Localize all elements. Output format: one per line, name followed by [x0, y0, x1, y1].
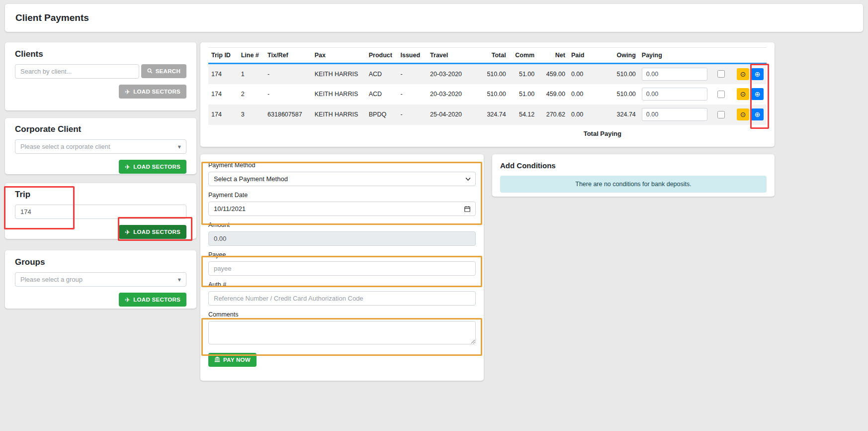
record-payment-button[interactable]: ⊙	[737, 88, 749, 100]
cell: 174	[208, 84, 238, 105]
page-title: Client Payments	[15, 12, 89, 23]
trip-panel: Trip ✈ LOAD SECTORS	[5, 183, 196, 239]
add-line-button[interactable]: ⊕	[751, 108, 764, 120]
cell: BPDQ	[366, 105, 398, 125]
cell: 510.00	[477, 84, 509, 105]
sector-row: 1741-KEITH HARRISACD-20-03-2020510.0051.…	[208, 64, 767, 84]
paying-input[interactable]	[642, 88, 707, 101]
cell: -	[264, 84, 312, 105]
trip-panel-title: Trip	[15, 190, 186, 200]
auth-label: Auth #	[208, 281, 476, 288]
cell: 0.00	[568, 64, 594, 84]
group-select-placeholder: Please select a group	[20, 276, 83, 283]
groups-panel-title: Groups	[15, 257, 186, 267]
cell: 459.00	[537, 64, 568, 84]
table-header-row: Trip IDLine #Tix/RefPaxProductIssuedTrav…	[208, 48, 767, 64]
load-sectors-trip-button[interactable]: ✈ LOAD SECTORS	[119, 225, 186, 239]
conditions-empty-message: There are no conditions for bank deposit…	[500, 176, 767, 193]
cell: 1	[238, 64, 264, 84]
cell: 459.00	[537, 84, 568, 105]
column-header-pax: Pax	[312, 48, 366, 64]
search-button[interactable]: SEARCH	[141, 64, 186, 78]
add-conditions-panel: Add Conditions There are no conditions f…	[492, 154, 775, 197]
payment-method-select[interactable]: Select a Payment Method	[208, 172, 476, 186]
chevron-down-icon	[465, 177, 471, 181]
payee-label: Payee	[208, 251, 476, 258]
cell: 0.00	[568, 105, 594, 125]
sectors-table: Trip IDLine #Tix/RefPaxProductIssuedTrav…	[208, 47, 767, 125]
checkbox-column-header	[714, 48, 733, 64]
plane-icon: ✈	[125, 89, 130, 95]
cell: 54.12	[509, 105, 538, 125]
column-header-trip-id: Trip ID	[208, 48, 238, 64]
client-search-input[interactable]	[15, 64, 139, 79]
cell: -	[397, 64, 427, 84]
actions-column-header	[733, 48, 767, 64]
load-sectors-groups-button[interactable]: ✈ LOAD SECTORS	[119, 293, 186, 307]
column-header-paid: Paid	[568, 48, 594, 64]
cell: 0.00	[568, 84, 594, 105]
corporate-client-select[interactable]: Please select a corporate client ▼	[15, 139, 186, 154]
group-select[interactable]: Please select a group ▼	[15, 272, 186, 287]
cell: ACD	[366, 84, 398, 105]
chevron-down-icon: ▼	[178, 277, 181, 282]
calendar-icon	[464, 206, 471, 213]
cell: 510.00	[477, 64, 509, 84]
clients-panel-title: Clients	[15, 49, 186, 59]
bank-icon	[214, 356, 220, 363]
sector-row: 17436318607587KEITH HARRISBPDQ-25-04-202…	[208, 105, 767, 125]
cell: KEITH HARRIS	[312, 64, 366, 84]
cell: 324.74	[594, 105, 638, 125]
pay-now-button[interactable]: PAY NOW	[208, 353, 257, 367]
total-paying-label: Total Paying	[208, 130, 767, 137]
cell: -	[397, 105, 427, 125]
plane-icon: ✈	[125, 164, 130, 170]
load-sectors-clients-button[interactable]: ✈ LOAD SECTORS	[119, 85, 186, 99]
search-icon	[147, 68, 153, 75]
cell: 510.00	[594, 64, 638, 84]
trip-number-input[interactable]	[15, 205, 186, 219]
column-header-line-: Line #	[238, 48, 264, 64]
record-payment-button[interactable]: ⊙	[737, 68, 749, 80]
paying-input[interactable]	[642, 108, 707, 121]
column-header-net: Net	[537, 48, 568, 64]
comments-textarea[interactable]	[208, 321, 476, 344]
comments-label: Comments	[208, 311, 476, 318]
payee-input[interactable]	[208, 261, 476, 276]
column-header-travel: Travel	[427, 48, 477, 64]
add-line-button[interactable]: ⊕	[751, 88, 764, 100]
payment-method-label: Payment Method	[208, 162, 476, 169]
row-select-checkbox[interactable]	[717, 70, 725, 78]
search-button-label: SEARCH	[156, 68, 180, 74]
row-select-checkbox[interactable]	[717, 111, 725, 118]
column-header-product: Product	[366, 48, 398, 64]
record-payment-button[interactable]: ⊙	[737, 108, 749, 120]
cell: KEITH HARRIS	[312, 105, 366, 125]
paying-input[interactable]	[642, 68, 707, 81]
auth-input[interactable]	[208, 291, 476, 306]
corporate-client-panel: Corporate Client Please select a corpora…	[5, 118, 196, 174]
payment-date-input[interactable]: 10/11/2021	[208, 202, 476, 216]
client-payments-page: Client Payments Clients SEARCH ✈ LOAD SE…	[0, 0, 868, 431]
column-header-owing: Owing	[594, 48, 638, 64]
cell: 3	[238, 105, 264, 125]
page-header: Client Payments	[5, 4, 863, 32]
add-line-button[interactable]: ⊕	[751, 68, 764, 80]
cell: 6318607587	[264, 105, 312, 125]
cell: 270.62	[537, 105, 568, 125]
cell: 20-03-2020	[427, 84, 477, 105]
column-header-paying: Paying	[639, 48, 714, 64]
cell: 20-03-2020	[427, 64, 477, 84]
cell: 51.00	[509, 64, 538, 84]
load-sectors-corporate-button[interactable]: ✈ LOAD SECTORS	[119, 160, 186, 174]
corporate-select-placeholder: Please select a corporate client	[20, 143, 110, 150]
plane-icon: ✈	[125, 297, 130, 303]
row-select-checkbox[interactable]	[717, 91, 725, 98]
cell: 51.00	[509, 84, 538, 105]
payment-date-value: 10/11/2021	[214, 205, 246, 213]
column-header-issued: Issued	[397, 48, 427, 64]
add-conditions-title: Add Conditions	[500, 161, 767, 170]
payment-method-value: Select a Payment Method	[214, 175, 288, 183]
column-header-tix-ref: Tix/Ref	[264, 48, 312, 64]
payment-form-panel: Payment Method Select a Payment Method P…	[200, 154, 484, 381]
